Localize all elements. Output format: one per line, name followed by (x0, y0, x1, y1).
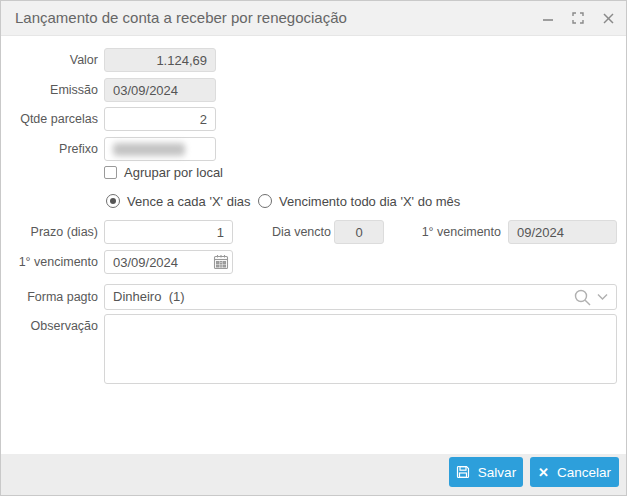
primeiro-vencimento-mes-field (508, 220, 617, 244)
prefixo-field[interactable] (104, 137, 216, 161)
prefixo-censored-value (113, 143, 185, 156)
forma-pagto-icons (573, 284, 608, 310)
radio-selected-icon[interactable] (106, 194, 120, 208)
search-icon[interactable] (573, 288, 592, 307)
valor-field (104, 48, 216, 72)
footer-bar: Salvar ✕ Cancelar (1, 454, 626, 495)
save-button[interactable]: Salvar (449, 457, 523, 487)
cancel-x-icon: ✕ (538, 465, 549, 480)
chevron-down-icon[interactable] (597, 293, 608, 301)
prazo-dias-label: Prazo (dias) (1, 220, 98, 244)
radio-vence-a-cada-x-dias[interactable]: Vence a cada 'X' dias (106, 193, 251, 209)
prazo-dias-field[interactable] (104, 220, 233, 244)
primeiro-vencimento-data-row (1, 250, 627, 274)
forma-pagto-row: Dinheiro (1) (1, 284, 627, 310)
cancel-button-label: Cancelar (557, 465, 611, 480)
dialog-window: Lançamento de conta a receber por renego… (0, 0, 627, 496)
agrupar-por-local-checkbox[interactable]: Agrupar por local (104, 164, 223, 180)
observacao-label: Observação (1, 318, 98, 334)
primeiro-vencimento-mes-label: 1° vencimento (401, 220, 501, 244)
valor-label: Valor (1, 48, 98, 72)
save-button-label: Salvar (478, 465, 516, 480)
qtde-parcelas-field[interactable] (104, 107, 216, 131)
radio-vencimento-label: Vencimento todo dia 'X' do mês (279, 194, 460, 209)
prefixo-label: Prefixo (1, 137, 98, 161)
calendar-icon[interactable] (211, 253, 231, 271)
observacao-field[interactable] (104, 314, 617, 384)
minimize-icon[interactable] (538, 8, 558, 28)
titlebar: Lançamento de conta a receber por renego… (1, 1, 626, 36)
window-controls (538, 8, 618, 28)
forma-pagto-field[interactable]: Dinheiro (1) (104, 284, 617, 310)
radio-unselected-icon[interactable] (258, 194, 272, 208)
radio-vence-label: Vence a cada 'X' dias (127, 194, 251, 209)
save-floppy-icon (456, 465, 470, 479)
maximize-icon[interactable] (568, 8, 588, 28)
emissao-field (104, 78, 216, 102)
close-icon[interactable] (598, 8, 618, 28)
radio-vencimento-todo-dia-x[interactable]: Vencimento todo dia 'X' do mês (258, 193, 460, 209)
dia-vencto-label: Dia vencto (233, 220, 331, 244)
checkbox-icon[interactable] (104, 166, 117, 179)
emissao-label: Emissão (1, 78, 98, 102)
qtde-parcelas-label: Qtde parcelas (1, 107, 98, 131)
dia-vencto-field (334, 220, 384, 244)
agrupar-por-local-label: Agrupar por local (124, 165, 223, 180)
dialog-title: Lançamento de conta a receber por renego… (15, 9, 347, 26)
cancel-button[interactable]: ✕ Cancelar (530, 457, 619, 487)
